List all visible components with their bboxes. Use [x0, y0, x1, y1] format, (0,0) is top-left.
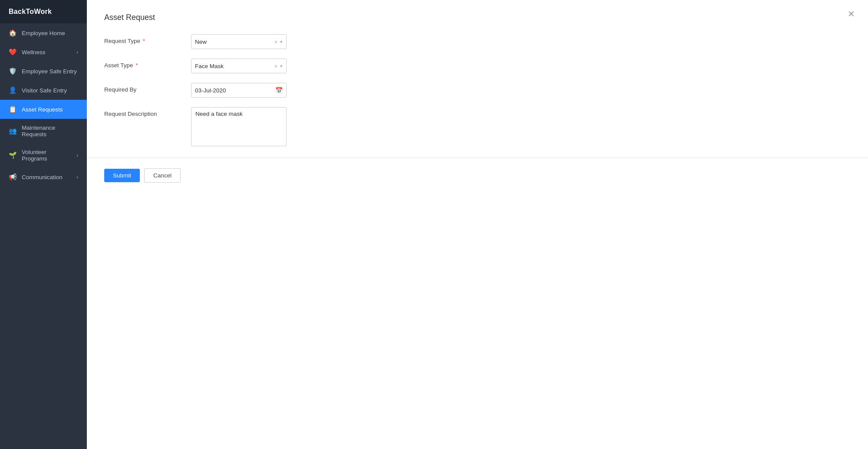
cancel-button[interactable]: Cancel — [144, 168, 181, 183]
sidebar-item-communication[interactable]: 📢 Communication › — [0, 167, 87, 187]
submit-button[interactable]: Submit — [104, 169, 140, 182]
content-area — [87, 193, 868, 449]
sidebar-item-label: Wellness — [22, 49, 46, 56]
form-title: Asset Request — [104, 13, 851, 22]
asset-type-select[interactable]: Face Mask × ▾ — [191, 59, 287, 73]
asset-type-value: Face Mask — [195, 63, 271, 69]
sidebar-item-wellness[interactable]: ❤️ Wellness › — [0, 43, 87, 62]
request-type-arrow-icon[interactable]: ▾ — [280, 39, 283, 45]
main-content: Asset Request ✕ Request Type * New × ▾ A… — [87, 0, 868, 449]
person-icon: 👤 — [9, 86, 17, 94]
sidebar-item-volunteer-programs[interactable]: 🌱 Volunteer Programs › — [0, 143, 87, 167]
sidebar-item-maintenance-requests[interactable]: 👥 Maintenance Requests — [0, 119, 87, 143]
close-button[interactable]: ✕ — [848, 10, 855, 18]
sidebar-item-label: Maintenance Requests — [22, 125, 78, 138]
group-icon: 👥 — [9, 127, 17, 135]
asset-type-arrow-icon[interactable]: ▾ — [280, 63, 283, 69]
request-type-label: Request Type * — [104, 34, 191, 44]
asset-type-label: Asset Type * — [104, 59, 191, 69]
required-by-date-input[interactable]: 03-Jul-2020 📅 — [191, 83, 287, 98]
asset-type-control: Face Mask × ▾ — [191, 59, 287, 73]
megaphone-icon: 📢 — [9, 173, 17, 181]
app-logo: BackToWork — [0, 0, 87, 23]
request-description-label: Request Description — [104, 107, 191, 117]
action-bar: Submit Cancel — [87, 158, 868, 193]
home-icon: 🏠 — [9, 29, 17, 37]
asset-type-row: Asset Type * Face Mask × ▾ — [104, 59, 851, 73]
sidebar-item-employee-home[interactable]: 🏠 Employee Home — [0, 23, 87, 43]
request-type-row: Request Type * New × ▾ — [104, 34, 851, 49]
request-type-control: New × ▾ — [191, 34, 287, 49]
request-type-select[interactable]: New × ▾ — [191, 34, 287, 49]
sidebar: BackToWork 🏠 Employee Home ❤️ Wellness ›… — [0, 0, 87, 449]
sidebar-item-label: Communication — [22, 174, 63, 180]
required-by-row: Required By 03-Jul-2020 📅 — [104, 83, 851, 98]
chevron-right-icon: › — [76, 49, 78, 55]
sidebar-item-label: Volunteer Programs — [22, 149, 71, 162]
required-by-value: 03-Jul-2020 — [195, 87, 273, 94]
chevron-right-icon: › — [76, 174, 78, 180]
required-by-control: 03-Jul-2020 📅 — [191, 83, 287, 98]
required-by-label: Required By — [104, 83, 191, 93]
sidebar-item-label: Employee Safe Entry — [22, 68, 77, 75]
wellness-icon: ❤️ — [9, 48, 17, 56]
sidebar-item-visitor-safe-entry[interactable]: 👤 Visitor Safe Entry — [0, 81, 87, 100]
request-type-clear-icon[interactable]: × — [274, 39, 277, 45]
sidebar-item-label: Employee Home — [22, 30, 65, 36]
sidebar-item-label: Visitor Safe Entry — [22, 87, 67, 94]
request-type-value: New — [195, 39, 271, 45]
request-description-row: Request Description Need a face mask — [104, 107, 851, 148]
shield-icon: 🛡️ — [9, 67, 17, 75]
sidebar-item-asset-requests[interactable]: 📋 Asset Requests — [0, 100, 87, 119]
sidebar-item-employee-safe-entry[interactable]: 🛡️ Employee Safe Entry — [0, 62, 87, 81]
asset-type-clear-icon[interactable]: × — [274, 63, 277, 69]
chevron-right-icon: › — [76, 153, 78, 158]
request-description-control: Need a face mask — [191, 107, 287, 148]
sidebar-item-label: Asset Requests — [22, 106, 63, 113]
volunteer-icon: 🌱 — [9, 151, 17, 159]
form-panel: Asset Request ✕ Request Type * New × ▾ A… — [87, 0, 868, 158]
request-description-textarea[interactable]: Need a face mask — [191, 107, 287, 146]
calendar-icon[interactable]: 📅 — [275, 87, 283, 94]
clipboard-icon: 📋 — [9, 105, 17, 113]
